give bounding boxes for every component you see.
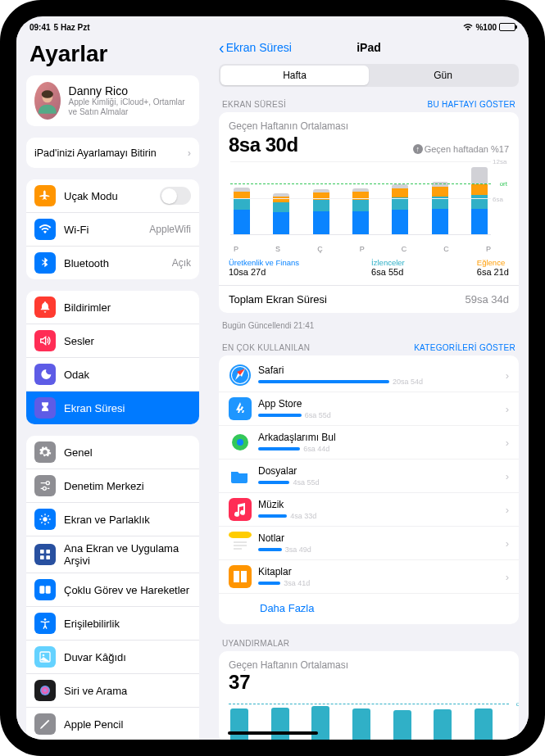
app-row-dosyalar[interactable]: Dosyalar4sa 55d›	[219, 459, 519, 492]
sidebar-item-sesler[interactable]: Sesler	[26, 324, 199, 357]
more-link[interactable]: Daha Fazla	[219, 593, 519, 624]
app-name: Notlar	[258, 532, 499, 544]
pickup-bar-4[interactable]	[393, 710, 411, 740]
sidebar-item-denetim-merkezi[interactable]: Denetim Merkezi	[26, 469, 199, 502]
svg-point-19	[237, 439, 243, 446]
period-segmented[interactable]: Hafta Gün	[219, 64, 519, 87]
app-name: App Store	[258, 398, 499, 410]
app-row-arkada-lar-m-bul[interactable]: Arkadaşlarımı Bul6sa 44d›	[219, 425, 519, 459]
wifi-icon	[34, 219, 56, 240]
bar-day-0[interactable]	[234, 188, 250, 234]
gear-icon	[34, 441, 56, 463]
multitask-icon	[34, 579, 56, 600]
pickup-bar-6[interactable]	[475, 708, 493, 740]
app-row-m-zik[interactable]: Müzik4sa 33d›	[219, 492, 519, 526]
app-time: 20sa 54d	[393, 378, 423, 386]
profile-sub: Apple Kimliği, iCloud+, Ortamlar ve Satı…	[69, 97, 191, 117]
app-name: Dosyalar	[258, 465, 499, 477]
bar-day-6[interactable]	[471, 167, 488, 235]
app-row-notlar[interactable]: Notlar3sa 49d›	[219, 526, 519, 559]
usage-bar	[258, 514, 287, 518]
sidebar-item-ekran-ve-parlakl-k[interactable]: Ekran ve Parlaklık	[26, 502, 199, 536]
show-this-week-link[interactable]: BU HAFTAYI GÖSTER	[427, 100, 515, 109]
y-top: 12sa	[491, 158, 509, 165]
cell-label: Bildirimler	[64, 301, 191, 314]
app-row-kitaplar[interactable]: Kitaplar3sa 41d›	[219, 559, 519, 593]
back-label: Ekran Süresi	[226, 41, 292, 54]
pickup-bar-5[interactable]	[434, 709, 452, 740]
sidebar-item-wi-fi[interactable]: Wi-FiAppleWifi	[26, 212, 199, 246]
show-categories-link[interactable]: KATEGORİLERİ GÖSTER	[414, 343, 515, 352]
app-name: Müzik	[258, 499, 499, 510]
bar-day-4[interactable]	[392, 184, 408, 235]
pickup-bar-1[interactable]	[271, 708, 289, 740]
screentime-chart[interactable]: 12sa 6sa ort	[229, 161, 509, 243]
bar-day-1[interactable]	[273, 193, 289, 234]
cell-label: Erişilebilirlik	[64, 618, 191, 630]
cell-label: Ana Ekran ve Uygulama Arşivi	[64, 542, 191, 567]
svg-rect-24	[229, 565, 252, 588]
battery-pct: %100	[475, 23, 497, 32]
app-row-app-store[interactable]: App Store6sa 55d›	[219, 392, 519, 425]
cell-label: Genel	[64, 446, 191, 459]
pickup-bar-0[interactable]	[230, 708, 248, 740]
finish-setup-cell[interactable]: iPad'inizi Ayarlamayı Bitirin ›	[26, 138, 199, 168]
app-row-safari[interactable]: Safari20sa 54d›	[219, 355, 519, 392]
day-label: P	[486, 245, 491, 253]
sidebar-item-u-ak-modu[interactable]: Uçak Modu	[26, 179, 199, 212]
chevron-right-icon: ›	[506, 403, 509, 415]
chevron-right-icon: ›	[188, 147, 191, 159]
sidebar-item-duvar-k-d-[interactable]: Duvar Kâğıdı	[26, 640, 199, 673]
home-indicator[interactable]	[228, 731, 318, 735]
app-name: Kitaplar	[258, 566, 499, 577]
segment-week[interactable]: Hafta	[220, 66, 369, 85]
accessibility-icon	[34, 613, 56, 634]
arrow-up-icon: ↑	[413, 144, 423, 154]
back-button[interactable]: ‹ Ekran Süresi	[219, 41, 292, 54]
cell-detail: AppleWifi	[149, 224, 191, 235]
sidebar-item--oklu-g-rev-ve-hareketler[interactable]: Çoklu Görev ve Hareketler	[26, 573, 199, 606]
speaker-icon	[34, 330, 56, 351]
detail-content: ‹ Ekran Süresi iPad Hafta Gün EKRAN SÜRE…	[209, 34, 529, 740]
chevron-right-icon: ›	[506, 369, 509, 382]
sidebar-item-apple-pencil[interactable]: Apple Pencil	[26, 707, 199, 740]
findmy-icon	[229, 431, 252, 454]
settings-sidebar: Ayarlar Danny Rico Apple Kimliği, iCloud…	[16, 34, 209, 740]
day-label: Ç	[317, 245, 323, 253]
sidebar-item-genel[interactable]: Genel	[26, 436, 199, 469]
day-label: C	[443, 245, 449, 253]
sidebar-item-ekran-s-resi[interactable]: Ekran Süresi	[26, 391, 199, 424]
sidebar-title: Ayarlar	[26, 34, 199, 75]
sidebar-item-odak[interactable]: Odak	[26, 357, 199, 391]
nav-title: iPad	[357, 41, 381, 54]
screentime-panel: Geçen Haftanın Ortalaması 8sa 30d ↑ Geçe…	[219, 112, 519, 313]
cell-label: Sesler	[64, 335, 191, 347]
segment-day[interactable]: Gün	[369, 66, 517, 85]
pickups-avg-line	[229, 704, 509, 704]
sidebar-item-ana-ekran-ve-uygulama-ar-ivi[interactable]: Ana Ekran ve Uygulama Arşivi	[26, 536, 199, 573]
total-screentime-row[interactable]: Toplam Ekran Süresi 59sa 34d	[219, 285, 519, 313]
bar-day-2[interactable]	[313, 189, 329, 234]
finish-setup-label: iPad'inizi Ayarlamayı Bitirin	[34, 147, 157, 159]
sidebar-item-bluetooth[interactable]: BluetoothAçık	[26, 246, 199, 279]
pickups-avg-tag: ort	[516, 700, 519, 708]
cat-ent-label: Eğlence	[477, 258, 509, 267]
bar-day-5[interactable]	[432, 182, 448, 235]
avg-value: 8sa 30d	[229, 134, 298, 156]
svg-rect-4	[46, 550, 50, 554]
chevron-right-icon: ›	[506, 470, 509, 482]
profile-card[interactable]: Danny Rico Apple Kimliği, iCloud+, Ortam…	[26, 75, 199, 126]
sidebar-item-siri-ve-arama[interactable]: Siri ve Arama	[26, 673, 199, 707]
toggle[interactable]	[160, 187, 191, 205]
hourglass-icon	[34, 397, 56, 419]
sidebar-item-bildirimler[interactable]: Bildirimler	[26, 291, 199, 324]
pickup-bar-3[interactable]	[352, 708, 370, 740]
svg-rect-21	[229, 498, 252, 521]
chevron-right-icon: ›	[506, 504, 509, 516]
usage-bar	[258, 447, 300, 450]
safari-icon	[229, 364, 252, 387]
brightness-icon	[34, 509, 56, 530]
bar-day-3[interactable]	[352, 188, 369, 234]
sidebar-item-eri-ilebilirlik[interactable]: Erişilebilirlik	[26, 606, 199, 640]
chevron-right-icon: ›	[506, 437, 509, 449]
